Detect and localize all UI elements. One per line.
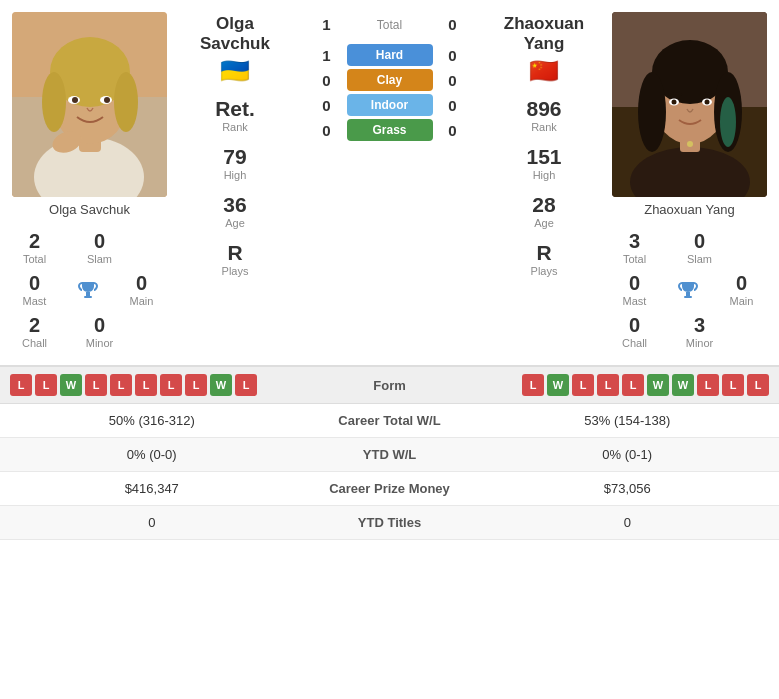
right-plays-label: Plays bbox=[531, 265, 558, 277]
right-total-slam: 3 Total 0 Slam bbox=[612, 229, 767, 265]
grass-left: 0 bbox=[317, 122, 337, 139]
svg-point-29 bbox=[687, 141, 693, 147]
right-age-value: 28 bbox=[532, 193, 555, 217]
comparison-section: Olga Savchuk 2 Total 0 Slam 0 M bbox=[0, 0, 779, 365]
left-mast-cell: 0 Mast bbox=[12, 271, 57, 307]
right-total-label: Total bbox=[623, 253, 646, 265]
svg-point-7 bbox=[114, 72, 138, 132]
right-photo-col: Zhaoxuan Yang 3 Total 0 Slam 0 bbox=[604, 0, 779, 365]
form-badge-right: L bbox=[722, 374, 744, 396]
right-mast-cell: 0 Mast bbox=[612, 271, 657, 307]
right-age-stat: 28 Age bbox=[532, 193, 555, 229]
left-high-value: 79 bbox=[223, 145, 246, 169]
form-badge-left: L bbox=[185, 374, 207, 396]
stat-right-value: 0 bbox=[490, 515, 766, 530]
hard-left: 1 bbox=[317, 47, 337, 64]
form-right-badges: LWLLLWWLLL bbox=[440, 374, 770, 396]
form-label: Form bbox=[340, 378, 440, 393]
svg-rect-14 bbox=[84, 296, 92, 298]
left-mast-label: Mast bbox=[23, 295, 47, 307]
stat-label: Career Total W/L bbox=[290, 413, 490, 428]
left-trophy bbox=[77, 271, 99, 307]
photo-zhaoxuan bbox=[612, 12, 767, 197]
left-chall-label: Chall bbox=[22, 337, 47, 349]
stat-right-value: $73,056 bbox=[490, 481, 766, 496]
right-mast-label: Mast bbox=[623, 295, 647, 307]
left-high-stat: 79 High bbox=[223, 145, 246, 181]
right-high-label: High bbox=[533, 169, 556, 181]
stats-table: 50% (316-312) Career Total W/L 53% (154-… bbox=[0, 404, 779, 540]
total-left-score: 1 bbox=[317, 16, 337, 33]
svg-point-27 bbox=[672, 100, 677, 105]
grass-right: 0 bbox=[443, 122, 463, 139]
clay-badge: Clay bbox=[347, 69, 433, 91]
form-badge-right: L bbox=[572, 374, 594, 396]
right-chall-cell: 0 Chall bbox=[612, 313, 657, 349]
svg-rect-30 bbox=[686, 292, 690, 296]
stat-left-value: $416,347 bbox=[14, 481, 290, 496]
stat-label: YTD W/L bbox=[290, 447, 490, 462]
left-rank-stat: Ret. Rank bbox=[215, 97, 255, 133]
indoor-left: 0 bbox=[317, 97, 337, 114]
right-plays-stat: R Plays bbox=[531, 241, 558, 277]
left-plays-stat: R Plays bbox=[222, 241, 249, 277]
right-total-value: 3 bbox=[629, 229, 640, 253]
right-chall-minor: 0 Chall 3 Minor bbox=[612, 313, 767, 349]
form-badge-right: L bbox=[522, 374, 544, 396]
stat-left-value: 50% (316-312) bbox=[14, 413, 290, 428]
left-chall-value: 2 bbox=[29, 313, 40, 337]
stats-row: $416,347 Career Prize Money $73,056 bbox=[0, 472, 779, 506]
clay-row: 0 Clay 0 bbox=[295, 69, 484, 91]
left-age-value: 36 bbox=[223, 193, 246, 217]
total-right-score: 0 bbox=[443, 16, 463, 33]
right-main-label: Main bbox=[730, 295, 754, 307]
trophy-icon-right bbox=[677, 278, 699, 300]
left-chall-cell: 2 Chall bbox=[12, 313, 57, 349]
left-total-label: Total bbox=[23, 253, 46, 265]
right-mast-main: 0 Mast 0 Main bbox=[612, 271, 767, 307]
left-chall-minor: 2 Chall 0 Minor bbox=[12, 313, 167, 349]
right-chall-label: Chall bbox=[622, 337, 647, 349]
svg-point-24 bbox=[720, 97, 736, 147]
right-trophy bbox=[677, 271, 699, 307]
left-player-photo bbox=[12, 12, 167, 197]
right-flag: 🇨🇳 bbox=[529, 57, 559, 85]
total-row: 1 Total 0 bbox=[317, 16, 463, 33]
total-label: Total bbox=[347, 18, 433, 32]
form-badge-right: L bbox=[747, 374, 769, 396]
form-badge-left: W bbox=[60, 374, 82, 396]
right-main-cell: 0 Main bbox=[719, 271, 764, 307]
right-mast-value: 0 bbox=[629, 271, 640, 295]
right-rank-stat: 896 Rank bbox=[526, 97, 561, 133]
left-total-slam: 2 Total 0 Slam bbox=[12, 229, 167, 265]
left-minor-cell: 0 Minor bbox=[77, 313, 122, 349]
right-slam-value: 0 bbox=[694, 229, 705, 253]
form-badge-left: L bbox=[35, 374, 57, 396]
right-minor-cell: 3 Minor bbox=[677, 313, 722, 349]
center-col: 1 Total 0 1 Hard 0 0 Clay 0 0 Indoor bbox=[295, 0, 484, 365]
form-badge-left: W bbox=[210, 374, 232, 396]
svg-point-11 bbox=[104, 97, 110, 103]
right-chall-value: 0 bbox=[629, 313, 640, 337]
right-age-label: Age bbox=[534, 217, 554, 229]
hard-row: 1 Hard 0 bbox=[295, 44, 484, 66]
left-photo-col: Olga Savchuk 2 Total 0 Slam 0 M bbox=[0, 0, 175, 365]
right-info-col: Zhaoxuan Yang 🇨🇳 896 Rank 151 High 28 Ag… bbox=[484, 0, 604, 365]
left-player-name-header: Olga Savchuk bbox=[180, 14, 290, 55]
right-slam-label: Slam bbox=[687, 253, 712, 265]
right-total-cell: 3 Total bbox=[612, 229, 657, 265]
stats-row: 0 YTD Titles 0 bbox=[0, 506, 779, 540]
indoor-row: 0 Indoor 0 bbox=[295, 94, 484, 116]
right-minor-label: Minor bbox=[686, 337, 714, 349]
left-player-name: Olga Savchuk bbox=[49, 202, 130, 217]
form-badge-right: W bbox=[547, 374, 569, 396]
form-section: LLWLLLLLWL Form LWLLLWWLLL bbox=[0, 365, 779, 404]
indoor-right: 0 bbox=[443, 97, 463, 114]
left-plays-label: Plays bbox=[222, 265, 249, 277]
right-player-name: Zhaoxuan Yang bbox=[644, 202, 735, 217]
clay-left: 0 bbox=[317, 72, 337, 89]
indoor-badge: Indoor bbox=[347, 94, 433, 116]
form-badge-right: W bbox=[672, 374, 694, 396]
main-container: Olga Savchuk 2 Total 0 Slam 0 M bbox=[0, 0, 779, 540]
left-total-cell: 2 Total bbox=[12, 229, 57, 265]
